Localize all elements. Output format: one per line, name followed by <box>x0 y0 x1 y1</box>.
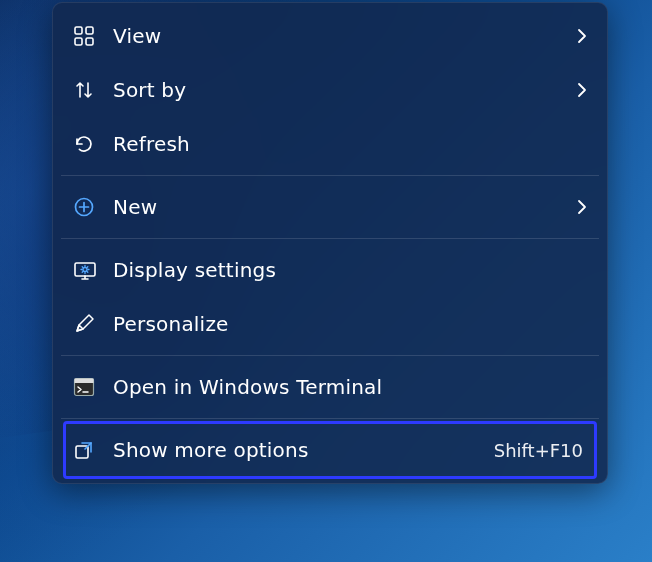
personalize-icon <box>73 313 113 335</box>
menu-separator <box>61 175 599 176</box>
chevron-right-icon <box>577 82 587 98</box>
menu-item-label: View <box>113 24 577 48</box>
svg-point-6 <box>83 268 87 272</box>
menu-separator <box>61 418 599 419</box>
menu-item-label: New <box>113 195 577 219</box>
menu-item-show-more-options[interactable]: Show more options Shift+F10 <box>59 423 601 477</box>
menu-item-label: Open in Windows Terminal <box>113 375 587 399</box>
menu-item-label: Personalize <box>113 312 587 336</box>
menu-item-personalize[interactable]: Personalize <box>59 297 601 351</box>
menu-separator <box>61 355 599 356</box>
chevron-right-icon <box>577 199 587 215</box>
menu-item-label: Sort by <box>113 78 577 102</box>
svg-rect-0 <box>75 27 82 34</box>
chevron-right-icon <box>577 28 587 44</box>
menu-item-open-terminal[interactable]: Open in Windows Terminal <box>59 360 601 414</box>
menu-item-view[interactable]: View <box>59 9 601 63</box>
terminal-icon <box>73 377 113 397</box>
menu-item-display-settings[interactable]: Display settings <box>59 243 601 297</box>
display-settings-icon <box>73 259 113 281</box>
svg-rect-1 <box>86 27 93 34</box>
menu-item-refresh[interactable]: Refresh <box>59 117 601 171</box>
new-icon <box>73 196 113 218</box>
menu-item-sort-by[interactable]: Sort by <box>59 63 601 117</box>
svg-rect-3 <box>86 38 93 45</box>
show-more-options-icon <box>73 439 113 461</box>
refresh-icon <box>73 133 113 155</box>
menu-item-new[interactable]: New <box>59 180 601 234</box>
sort-icon <box>73 79 113 101</box>
menu-item-label: Show more options <box>113 438 494 462</box>
menu-separator <box>61 238 599 239</box>
menu-item-label: Display settings <box>113 258 587 282</box>
menu-item-label: Refresh <box>113 132 587 156</box>
keyboard-shortcut: Shift+F10 <box>494 440 583 461</box>
desktop-context-menu: View Sort by Refresh <box>52 2 608 484</box>
svg-rect-8 <box>75 379 94 384</box>
svg-rect-2 <box>75 38 82 45</box>
view-icon <box>73 25 113 47</box>
